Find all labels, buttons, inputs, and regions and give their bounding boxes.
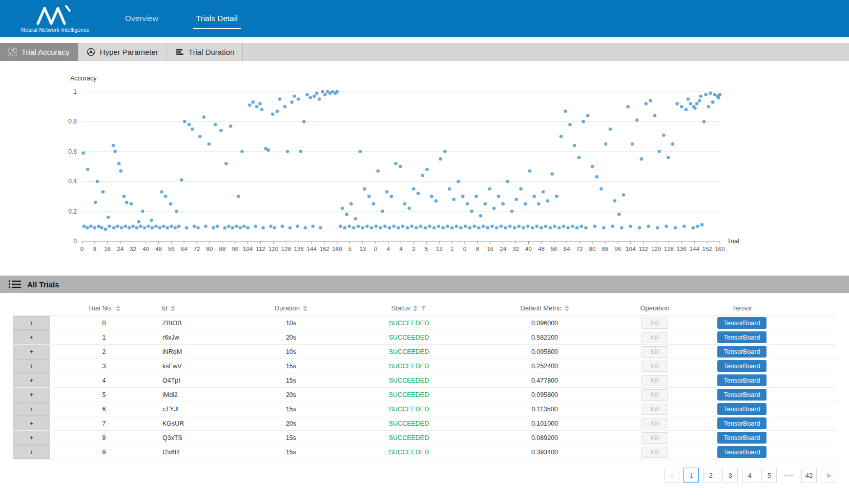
scatter-point bbox=[562, 225, 566, 228]
x-tick-label: 16 bbox=[104, 246, 111, 252]
x-tick-label: 160 bbox=[332, 246, 342, 252]
tab-trial-duration[interactable]: Trial Duration bbox=[167, 43, 243, 61]
x-tick-label: 64 bbox=[564, 246, 570, 252]
expand-button[interactable]: + bbox=[13, 373, 50, 387]
tab-trials-detail[interactable]: Trials Detail bbox=[195, 11, 239, 26]
scatter-point bbox=[488, 187, 491, 191]
col-duration[interactable]: Duration bbox=[235, 304, 347, 312]
scatter-point bbox=[685, 108, 688, 112]
scatter-point bbox=[125, 201, 129, 204]
x-tick-label: 4 bbox=[399, 246, 403, 252]
scatter-point bbox=[532, 195, 536, 198]
scatter-point bbox=[239, 226, 242, 229]
kill-button[interactable]: Kill bbox=[641, 404, 668, 415]
tensorboard-button[interactable]: TensorBoard bbox=[717, 389, 767, 401]
tab-hyper-parameter-label: Hyper Parameter bbox=[100, 48, 158, 56]
page-button-42[interactable]: 42 bbox=[801, 468, 817, 483]
kill-button[interactable]: Kill bbox=[641, 318, 668, 329]
trial-id: cTYJI bbox=[158, 406, 235, 413]
scatter-point bbox=[86, 226, 89, 229]
tensorboard-button[interactable]: TensorBoard bbox=[717, 446, 767, 458]
kill-button[interactable]: Kill bbox=[641, 375, 668, 386]
scatter-point bbox=[112, 226, 116, 229]
tensorboard-button[interactable]: TensorBoard bbox=[717, 417, 767, 429]
kill-button[interactable]: Kill bbox=[641, 418, 668, 429]
expand-button[interactable]: + bbox=[13, 431, 50, 445]
tensorboard-button[interactable]: TensorBoard bbox=[717, 346, 767, 358]
prev-page-button[interactable]: < bbox=[664, 468, 679, 483]
page-button-5[interactable]: 5 bbox=[761, 468, 777, 483]
scatter-point bbox=[506, 180, 509, 183]
expand-button[interactable]: + bbox=[13, 416, 50, 430]
scatter-point bbox=[709, 92, 712, 95]
kill-button[interactable]: Kill bbox=[641, 346, 668, 358]
scatter-point bbox=[297, 97, 300, 101]
expand-button[interactable]: + bbox=[13, 330, 50, 344]
trial-metric: 0.101000 bbox=[470, 420, 619, 427]
scatter-point bbox=[164, 195, 168, 198]
page-button-3[interactable]: 3 bbox=[722, 468, 738, 483]
tab-trial-accuracy[interactable]: Trial Accuracy bbox=[0, 43, 78, 61]
page-ellipsis[interactable]: ••• bbox=[781, 468, 797, 483]
scatter-point bbox=[713, 93, 717, 97]
tensorboard-button[interactable]: TensorBoard bbox=[717, 360, 767, 372]
col-default-metric[interactable]: Default Metric bbox=[470, 304, 619, 312]
tab-trial-accuracy-label: Trial Accuracy bbox=[22, 48, 70, 56]
accuracy-scatter-chart[interactable]: Accuracy00.20.40.60.81081624324048566472… bbox=[0, 71, 849, 266]
tensorboard-button[interactable]: TensorBoard bbox=[717, 317, 767, 329]
kill-button[interactable]: Kill bbox=[641, 389, 668, 401]
tensorboard-button[interactable]: TensorBoard bbox=[717, 432, 767, 444]
sort-icon[interactable] bbox=[413, 305, 418, 311]
tensorboard-button[interactable]: TensorBoard bbox=[717, 331, 767, 343]
page-button-2[interactable]: 2 bbox=[703, 468, 718, 483]
scatter-point bbox=[183, 120, 187, 123]
scatter-point bbox=[689, 102, 692, 106]
scatter-point bbox=[439, 157, 442, 161]
kill-button[interactable]: Kill bbox=[641, 432, 668, 444]
trial-metric: 0.095800 bbox=[470, 391, 619, 398]
scatter-point bbox=[635, 118, 639, 122]
nni-logo-icon bbox=[36, 5, 75, 25]
expand-button[interactable]: + bbox=[13, 345, 50, 359]
chart-tab-bar: Trial Accuracy Hyper Parameter Trial Dur… bbox=[0, 43, 849, 61]
trial-no: 8 bbox=[50, 434, 158, 442]
next-page-button[interactable]: > bbox=[821, 468, 836, 483]
expand-button[interactable]: + bbox=[13, 388, 50, 402]
expand-button[interactable]: + bbox=[13, 402, 50, 416]
col-trial-no[interactable]: Trial No. bbox=[50, 304, 158, 312]
scatter-point bbox=[188, 123, 191, 127]
col-status[interactable]: Status bbox=[347, 304, 470, 312]
expand-button[interactable]: + bbox=[13, 445, 50, 459]
scatter-point bbox=[599, 187, 603, 191]
tab-hyper-parameter[interactable]: Hyper Parameter bbox=[78, 43, 167, 61]
scatter-point bbox=[595, 175, 598, 179]
sort-icon[interactable] bbox=[171, 305, 175, 311]
page-button-4[interactable]: 4 bbox=[742, 468, 757, 483]
scatter-point bbox=[299, 150, 303, 154]
col-id[interactable]: Id bbox=[158, 304, 235, 312]
page-button-1[interactable]: 1 bbox=[684, 468, 699, 483]
kill-button[interactable]: Kill bbox=[641, 361, 668, 372]
scatter-point bbox=[89, 225, 93, 228]
sort-icon[interactable] bbox=[565, 305, 569, 311]
scatter-point bbox=[468, 226, 472, 229]
expand-button[interactable]: + bbox=[13, 359, 50, 373]
scatter-point bbox=[699, 95, 702, 98]
scatter-point bbox=[575, 226, 579, 229]
scatter-point bbox=[388, 226, 391, 229]
sort-icon[interactable] bbox=[303, 305, 307, 311]
expand-button[interactable]: + bbox=[13, 316, 50, 330]
scatter-point bbox=[513, 226, 516, 229]
trial-status: SUCCEEDED bbox=[347, 363, 470, 370]
tensorboard-button[interactable]: TensorBoard bbox=[717, 374, 767, 386]
x-tick-label: 32 bbox=[130, 246, 136, 252]
scatter-point bbox=[283, 105, 287, 109]
tensorboard-button[interactable]: TensorBoard bbox=[717, 403, 767, 415]
trial-duration: 15s bbox=[235, 434, 347, 442]
kill-button[interactable]: Kill bbox=[641, 332, 668, 343]
sort-icon[interactable] bbox=[116, 305, 120, 311]
filter-icon[interactable] bbox=[421, 306, 426, 311]
kill-button[interactable]: Kill bbox=[641, 447, 668, 458]
scatter-point bbox=[492, 207, 496, 211]
tab-overview[interactable]: Overview bbox=[124, 11, 159, 26]
